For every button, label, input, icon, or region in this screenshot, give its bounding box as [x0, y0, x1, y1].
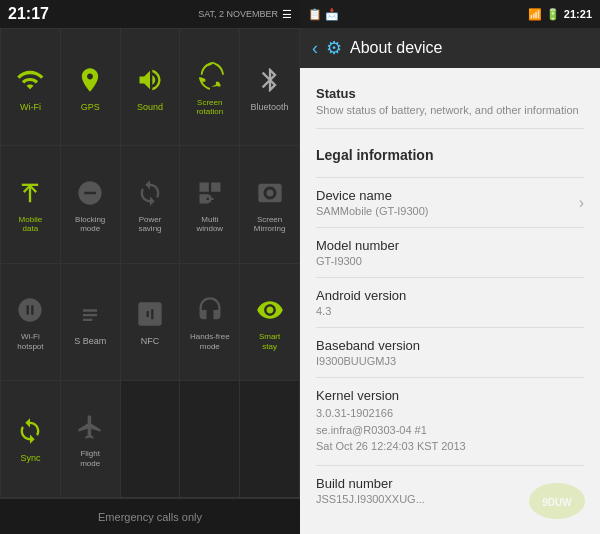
qs-multi-window-label: Multiwindow [196, 215, 223, 234]
qs-sync-label: Sync [20, 453, 40, 464]
android-version-row: Android version 4.3 [300, 278, 600, 327]
nfc-icon [132, 296, 168, 332]
qs-hotspot-label: Wi-Fihotspot [17, 332, 43, 351]
android-version-value: 4.3 [316, 305, 584, 317]
status-bar-left: 21:17 SAT, 2 NOVEMBER ☰ [0, 0, 300, 28]
qs-smart-stay[interactable]: Smartstay [240, 264, 299, 380]
qs-s-beam-label: S Beam [74, 336, 106, 347]
bottom-bar: Emergency calls only [0, 498, 300, 534]
qs-empty-2 [180, 381, 239, 497]
screen-mirroring-icon [252, 175, 288, 211]
device-name-arrow: › [579, 194, 584, 212]
smart-stay-icon [252, 292, 288, 328]
baseband-version-row: Baseband version I9300BUUGMJ3 [300, 328, 600, 377]
left-status-icons: SAT, 2 NOVEMBER ☰ [198, 8, 292, 21]
qs-smart-stay-label: Smartstay [259, 332, 280, 351]
battery-icon: 🔋 [546, 8, 560, 21]
qs-sound-label: Sound [137, 102, 163, 113]
status-bar-right: 📋 📩 📶 🔋 21:21 [300, 0, 600, 28]
status-desc: Show status of battery, network, and oth… [316, 103, 584, 118]
qs-wifi[interactable]: Wi-Fi [1, 29, 60, 145]
model-number-row: Model number GT-I9300 [300, 228, 600, 277]
kernel-version-row: Kernel version 3.0.31-1902166se.infra@R0… [300, 378, 600, 465]
qs-rotation-label: Screenrotation [196, 98, 223, 117]
qs-gps[interactable]: GPS [61, 29, 120, 145]
qs-hands-free-label: Hands-freemode [190, 332, 230, 351]
qs-hands-free[interactable]: Hands-freemode [180, 264, 239, 380]
multi-window-icon [192, 175, 228, 211]
qs-multi-window[interactable]: Multiwindow [180, 146, 239, 262]
wifi-icon [12, 62, 48, 98]
qs-screen-mirroring[interactable]: ScreenMirroring [240, 146, 299, 262]
menu-icon[interactable]: ☰ [282, 8, 292, 21]
qs-flight-mode[interactable]: Flightmode [61, 381, 120, 497]
emergency-text: Emergency calls only [98, 511, 202, 523]
page-title: About device [350, 39, 588, 57]
qs-gps-label: GPS [81, 102, 100, 113]
screen-rotation-icon [192, 58, 228, 94]
left-panel: 21:17 SAT, 2 NOVEMBER ☰ Wi-Fi GPS Sound [0, 0, 300, 534]
qs-sync[interactable]: Sync [1, 381, 60, 497]
mobile-data-icon [12, 175, 48, 211]
back-button[interactable]: ‹ [312, 38, 318, 59]
qs-sound[interactable]: Sound [121, 29, 180, 145]
baseband-version-label: Baseband version [316, 338, 584, 353]
device-name-row[interactable]: Device name SAMMobile (GT-I9300) › [300, 178, 600, 227]
svg-text:9DUW: 9DUW [542, 497, 572, 508]
kernel-version-value: 3.0.31-1902166se.infra@R0303-04 #1Sat Oc… [316, 405, 584, 455]
sound-icon [132, 62, 168, 98]
qs-blocking-mode[interactable]: Blockingmode [61, 146, 120, 262]
bluetooth-icon [252, 62, 288, 98]
date-display: SAT, 2 NOVEMBER [198, 9, 278, 19]
android-version-label: Android version [316, 288, 584, 303]
model-number-label: Model number [316, 238, 584, 253]
qs-flight-mode-label: Flightmode [80, 449, 100, 468]
qs-screen-rotation[interactable]: Screenrotation [180, 29, 239, 145]
legal-header: Legal information [316, 139, 584, 167]
qs-bluetooth-label: Bluetooth [251, 102, 289, 113]
signal-icon: 📶 [528, 8, 542, 21]
qs-s-beam[interactable]: S Beam [61, 264, 120, 380]
qs-power-saving[interactable]: Powersaving [121, 146, 180, 262]
sync-icon [12, 413, 48, 449]
gps-icon [72, 62, 108, 98]
settings-gear-icon: ⚙ [326, 37, 342, 59]
flight-mode-icon [72, 409, 108, 445]
legal-section[interactable]: Legal information [300, 129, 600, 177]
hands-free-icon [192, 292, 228, 328]
s-beam-icon [72, 296, 108, 332]
device-name-value: SAMMobile (GT-I9300) [316, 205, 579, 217]
time-display: 21:17 [8, 5, 49, 23]
qs-mobile-data-label: Mobiledata [19, 215, 43, 234]
logo-watermark: 9DUW [522, 476, 592, 526]
wifi-hotspot-icon [12, 292, 48, 328]
qs-wifi-hotspot[interactable]: Wi-Fihotspot [1, 264, 60, 380]
right-panel: 📋 📩 📶 🔋 21:21 ‹ ⚙ About device Status Sh… [300, 0, 600, 534]
qs-wifi-label: Wi-Fi [20, 102, 41, 113]
about-content: Status Show status of battery, network, … [300, 68, 600, 534]
qs-empty-3 [240, 381, 299, 497]
qs-power-saving-label: Powersaving [138, 215, 161, 234]
qs-mirroring-label: ScreenMirroring [254, 215, 286, 234]
quick-settings-grid: Wi-Fi GPS Sound Screenrotation Bluetooth [0, 28, 300, 498]
qs-mobile-data[interactable]: Mobiledata [1, 146, 60, 262]
status-section[interactable]: Status Show status of battery, network, … [300, 68, 600, 128]
qs-blocking-label: Blockingmode [75, 215, 105, 234]
qs-nfc-label: NFC [141, 336, 160, 347]
qs-bluetooth[interactable]: Bluetooth [240, 29, 299, 145]
device-name-label: Device name [316, 188, 579, 203]
power-saving-icon [132, 175, 168, 211]
baseband-version-value: I9300BUUGMJ3 [316, 355, 584, 367]
time-right: 21:21 [564, 8, 592, 20]
kernel-version-label: Kernel version [316, 388, 584, 403]
qs-empty-1 [121, 381, 180, 497]
blocking-mode-icon [72, 175, 108, 211]
model-number-value: GT-I9300 [316, 255, 584, 267]
status-header: Status [316, 78, 584, 103]
nav-bar: ‹ ⚙ About device [300, 28, 600, 68]
qs-nfc[interactable]: NFC [121, 264, 180, 380]
notification-icons: 📋 📩 [308, 8, 524, 21]
